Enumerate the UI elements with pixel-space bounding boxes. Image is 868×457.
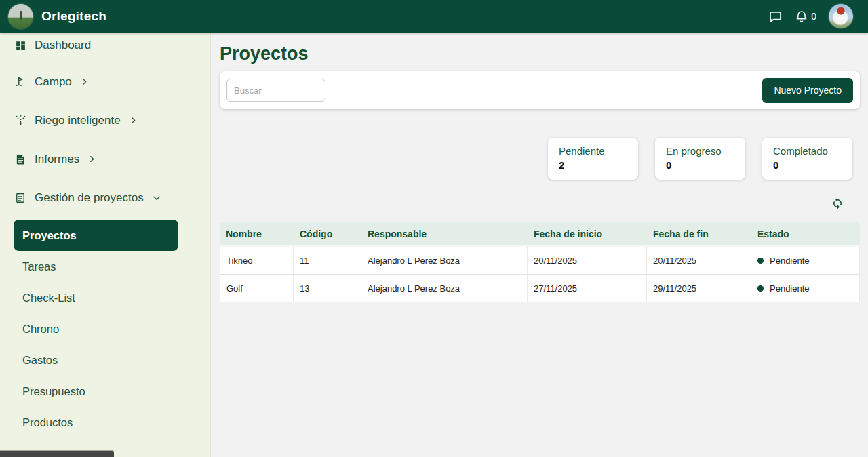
sidebar-item-gestion-de-proyectos[interactable]: Gestión de proyectos — [0, 178, 210, 217]
cell-estado: Pendiente — [751, 275, 860, 302]
search-toolbar: Nuevo Proyecto — [220, 71, 860, 109]
status-cards-row: Pendiente 2 En progreso 0 Completado 0 — [220, 138, 860, 180]
brand[interactable]: Orlegitech — [0, 4, 106, 29]
status-label: Pendiente — [770, 256, 810, 266]
cell-codigo: 13 — [294, 275, 361, 302]
column-header-nombre[interactable]: Nombre — [220, 222, 294, 247]
brand-logo — [8, 4, 33, 29]
sidebar: Dashboard Campo Riego i — [0, 33, 211, 457]
sidebar-item-label: Dashboard — [35, 39, 91, 52]
status-card-label: En progreso — [666, 145, 745, 157]
sidebar-item-dashboard[interactable]: Dashboard — [0, 28, 210, 62]
golf-flag-icon — [14, 75, 27, 89]
chat-icon[interactable] — [768, 9, 783, 24]
column-header-codigo[interactable]: Código — [294, 222, 361, 247]
app-root: { "header": { "brand": "Orlegitech", "no… — [0, 0, 868, 457]
sidebar-subitem-tareas[interactable]: Tareas — [0, 251, 210, 282]
sidebar-item-label: Gestión de proyectos — [35, 191, 144, 205]
cell-nombre: Golf — [220, 275, 294, 302]
status-card-value: 0 — [773, 159, 852, 171]
cell-fecha-inicio: 20/11/2025 — [528, 247, 647, 275]
table-row[interactable]: Tikneo 11 Alejandro L Perez Boza 20/11/2… — [220, 247, 860, 275]
sidebar-subitem-check-list[interactable]: Check-List — [0, 282, 210, 313]
status-dot-icon — [757, 285, 764, 292]
notifications[interactable]: 0 — [795, 9, 816, 24]
clipboard-icon — [14, 191, 27, 204]
cell-fecha-fin: 20/11/2025 — [647, 247, 751, 275]
status-card-value: 0 — [666, 159, 745, 171]
cell-estado: Pendiente — [751, 247, 860, 275]
table-header: Nombre Código Responsable Fecha de inici… — [220, 222, 860, 247]
column-header-responsable[interactable]: Responsable — [361, 222, 528, 247]
dashboard-icon — [14, 40, 27, 52]
sidebar-subitem-label: Check-List — [22, 292, 75, 304]
table-actions — [220, 197, 860, 210]
sidebar-subitem-label: Tareas — [22, 260, 56, 273]
sidebar-subitem-label: Presupuesto — [22, 385, 85, 398]
cell-nombre: Tikneo — [220, 247, 294, 275]
main-content: Proyectos Nuevo Proyecto Pendiente 2 En … — [210, 33, 868, 457]
sidebar-item-label: Riego inteligente — [35, 114, 121, 127]
status-dot-icon — [757, 258, 764, 264]
document-icon — [14, 153, 27, 165]
new-project-button[interactable]: Nuevo Proyecto — [762, 78, 853, 103]
partially-visible-element — [0, 450, 114, 457]
chevron-down-icon — [152, 193, 161, 203]
brand-name: Orlegitech — [41, 9, 106, 24]
sidebar-subitem-gastos[interactable]: Gastos — [0, 344, 210, 376]
refresh-icon[interactable] — [831, 197, 844, 210]
status-card-en-progreso: En progreso 0 — [655, 138, 745, 180]
status-card-value: 2 — [559, 159, 638, 171]
column-header-estado[interactable]: Estado — [751, 222, 860, 247]
sidebar-subnav: Proyectos Tareas Check-List Chrono Gasto… — [0, 220, 210, 438]
chevron-right-icon — [129, 116, 138, 125]
sidebar-subitem-label: Proyectos — [22, 229, 77, 242]
sidebar-item-informes[interactable]: Informes — [0, 140, 210, 178]
sidebar-subitem-chrono[interactable]: Chrono — [0, 313, 210, 344]
status-card-pendiente: Pendiente 2 — [548, 138, 638, 180]
bell-icon — [795, 9, 808, 24]
sidebar-subitem-label: Chrono — [22, 323, 59, 336]
top-bar: Orlegitech 0 — [0, 0, 868, 33]
status-card-label: Completado — [773, 145, 852, 157]
sidebar-subitem-proyectos[interactable]: Proyectos — [14, 220, 178, 251]
sidebar-item-label: Informes — [35, 153, 79, 166]
sidebar-subitem-productos[interactable]: Productos — [0, 407, 210, 438]
chevron-right-icon — [87, 155, 96, 163]
status-card-label: Pendiente — [559, 145, 638, 157]
cell-responsable: Alejandro L Perez Boza — [361, 247, 528, 275]
notification-count: 0 — [811, 11, 816, 22]
sidebar-item-campo[interactable]: Campo — [0, 62, 210, 101]
table-row[interactable]: Golf 13 Alejandro L Perez Boza 27/11/202… — [220, 275, 860, 302]
cell-responsable: Alejandro L Perez Boza — [361, 275, 528, 302]
status-label: Pendiente — [770, 283, 810, 294]
sprinkler-icon — [14, 114, 27, 127]
column-header-fecha-fin[interactable]: Fecha de fin — [647, 222, 751, 247]
chevron-right-icon — [80, 77, 89, 86]
cell-fecha-inicio: 27/11/2025 — [528, 275, 647, 302]
projects-table: Nombre Código Responsable Fecha de inici… — [220, 222, 860, 302]
page-title: Proyectos — [220, 43, 868, 64]
sidebar-item-riego-inteligente[interactable]: Riego inteligente — [0, 101, 210, 140]
topbar-actions: 0 — [768, 4, 868, 28]
column-header-fecha-inicio[interactable]: Fecha de inicio — [528, 222, 647, 247]
search-input[interactable] — [226, 79, 326, 102]
sidebar-item-label: Campo — [35, 75, 72, 89]
cell-codigo: 11 — [294, 247, 361, 275]
status-card-completado: Completado 0 — [762, 138, 852, 180]
cell-fecha-fin: 29/11/2025 — [647, 275, 751, 302]
sidebar-subitem-label: Gastos — [22, 354, 58, 367]
sidebar-subitem-label: Productos — [22, 416, 73, 429]
user-avatar[interactable] — [829, 4, 853, 28]
sidebar-subitem-presupuesto[interactable]: Presupuesto — [0, 376, 210, 407]
